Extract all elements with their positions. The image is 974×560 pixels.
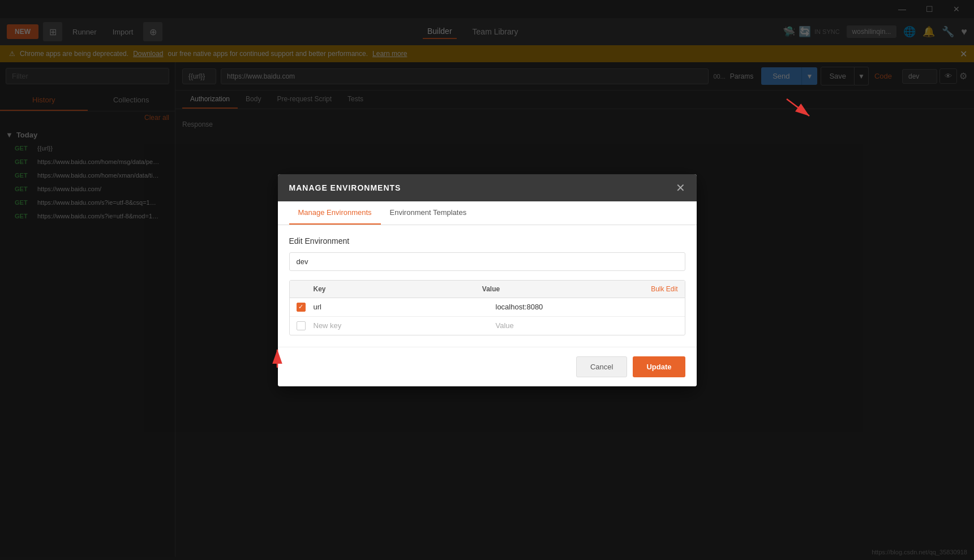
- environment-name-input[interactable]: [289, 252, 685, 271]
- kv-table: Key Value Bulk Edit ✓ url localhost:8080: [289, 280, 685, 335]
- kv-value-header: Value: [482, 285, 651, 293]
- modal-tab-templates[interactable]: Environment Templates: [381, 201, 476, 225]
- edit-environment-title: Edit Environment: [289, 236, 685, 245]
- checkbox-checked-icon: ✓: [297, 303, 306, 312]
- update-button[interactable]: Update: [633, 356, 685, 377]
- modal-overlay: MANAGE ENVIRONMENTS ✕ Manage Environment…: [0, 0, 974, 560]
- kv-row: ✓ url localhost:8080: [290, 298, 685, 317]
- bulk-edit-button[interactable]: Bulk Edit: [651, 285, 677, 293]
- new-value-input[interactable]: Value: [496, 321, 678, 330]
- modal-close-button[interactable]: ✕: [676, 182, 685, 193]
- row-checkbox[interactable]: ✓: [297, 303, 314, 312]
- modal-body: Edit Environment Key Value Bulk Edit ✓ u…: [278, 225, 697, 347]
- kv-key-cell[interactable]: url: [314, 303, 496, 311]
- cancel-button[interactable]: Cancel: [576, 356, 627, 377]
- modal-tabs: Manage Environments Environment Template…: [278, 201, 697, 225]
- new-key-input[interactable]: New key: [314, 321, 496, 330]
- modal-title: MANAGE ENVIRONMENTS: [289, 183, 401, 192]
- modal-footer: Cancel Update: [278, 347, 697, 386]
- modal-header: MANAGE ENVIRONMENTS ✕: [278, 174, 697, 201]
- kv-key-header: Key: [314, 285, 482, 293]
- empty-checkbox: [297, 321, 306, 330]
- kv-value-cell[interactable]: localhost:8080: [496, 303, 678, 311]
- kv-new-row: New key Value: [290, 317, 685, 335]
- kv-header: Key Value Bulk Edit: [290, 281, 685, 298]
- new-row-checkbox[interactable]: [297, 321, 314, 330]
- manage-environments-modal: MANAGE ENVIRONMENTS ✕ Manage Environment…: [278, 174, 697, 386]
- modal-tab-manage[interactable]: Manage Environments: [289, 201, 381, 225]
